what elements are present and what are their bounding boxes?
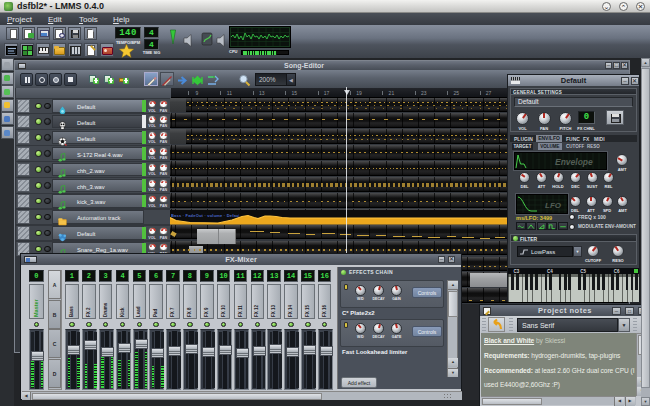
svg-text:LFO: LFO (545, 200, 562, 209)
svg-text:Envelope: Envelope (555, 156, 593, 166)
